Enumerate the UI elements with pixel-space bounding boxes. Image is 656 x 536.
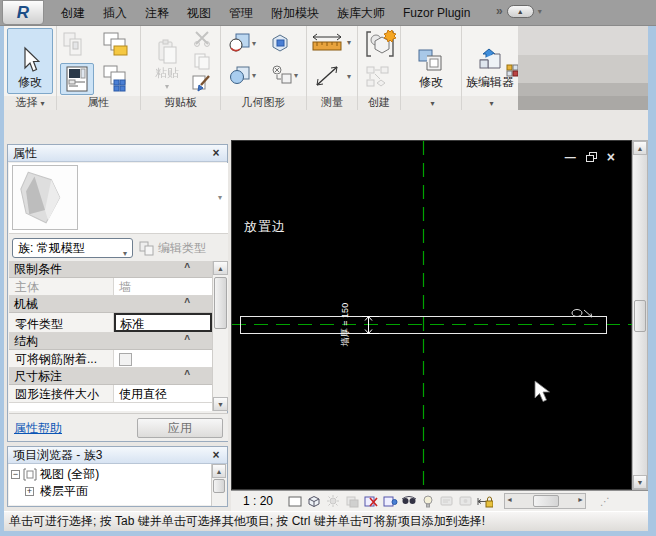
cut-geometry-button[interactable] — [265, 30, 295, 56]
tab-overflow-icon[interactable]: » — [496, 4, 503, 18]
geometry-group-label[interactable]: 几何图形 — [221, 96, 306, 110]
section-dimensions[interactable]: 尺寸标注^ — [9, 368, 212, 385]
project-browser-close-icon[interactable]: × — [209, 447, 223, 463]
type-selector-combobox[interactable]: 族: 常规模型 ▾ — [12, 238, 133, 258]
family-editor-button[interactable]: 族编辑器 — [464, 28, 516, 94]
properties-scrollbar[interactable]: ▲ ▼ — [212, 261, 228, 411]
modify-group-label[interactable]: ▾ — [401, 96, 461, 110]
property-row-part-type[interactable]: 零件类型 标准 — [9, 313, 212, 333]
properties-scroll-down[interactable]: ▼ — [213, 397, 228, 411]
preview-dropdown-icon[interactable]: ▾ — [218, 193, 222, 202]
match-type-brush-icon — [192, 74, 212, 93]
worksharing-display-icon[interactable] — [439, 494, 455, 509]
edit-type-button[interactable]: 编辑类型 — [139, 239, 227, 258]
type-properties-button[interactable] — [99, 63, 133, 95]
demolish-button[interactable]: ▾ — [265, 62, 303, 88]
tab-family-library[interactable]: 族库大师 — [328, 5, 394, 22]
properties-scroll-thumb[interactable] — [214, 277, 227, 329]
tab-fuzor-plugin[interactable]: Fuzor Plugin — [394, 6, 479, 20]
copy-button[interactable] — [189, 50, 215, 72]
family-editor-group-label[interactable]: ▾ — [462, 96, 518, 110]
apply-button[interactable]: 应用 — [137, 418, 223, 438]
view-close-icon[interactable]: × — [607, 149, 615, 165]
ribbon-collapse-dropdown-icon[interactable]: ▾ — [538, 7, 542, 16]
browser-scroll-thumb[interactable] — [213, 479, 225, 493]
tab-create[interactable]: 创建 — [52, 5, 94, 22]
properties-group-label[interactable]: 属性 — [57, 96, 140, 110]
measure-button[interactable] — [309, 29, 345, 57]
properties-close-icon[interactable]: × — [209, 145, 223, 161]
join-geometry-button[interactable]: ▾ — [224, 30, 260, 56]
view-restore-icon[interactable] — [586, 152, 597, 162]
create-group-label[interactable]: 创建 — [358, 96, 400, 110]
modify-select-button[interactable]: 修改 — [7, 28, 53, 94]
temporary-hide-isolate-icon[interactable] — [401, 494, 417, 509]
properties-panel-header[interactable]: 属性 × — [8, 145, 227, 162]
component-button[interactable] — [362, 29, 398, 59]
tree-item-views[interactable]: − 视图 (全部) — [11, 466, 99, 482]
temporary-view-properties-icon[interactable] — [458, 494, 474, 509]
properties-help-link[interactable]: 属性帮助 — [14, 420, 62, 437]
view-minimize-icon[interactable]: — — [565, 151, 576, 163]
measure-dropdown-icon[interactable]: ▾ — [347, 38, 351, 47]
tab-manage[interactable]: 管理 — [220, 5, 262, 22]
part-type-editor[interactable]: 标准 — [114, 313, 212, 332]
tree-collapse-icon[interactable]: − — [11, 470, 20, 479]
property-row-host[interactable]: 主体 墙 — [9, 278, 212, 296]
tab-annotate[interactable]: 注释 — [136, 5, 178, 22]
view-scale-button[interactable]: 1 : 20 — [243, 494, 273, 508]
canvas-vscroll-thumb[interactable] — [634, 300, 646, 332]
aligned-dimension-button[interactable] — [309, 62, 345, 90]
match-type-button[interactable] — [189, 72, 215, 94]
family-types-button[interactable] — [60, 29, 94, 61]
browser-scroll-up[interactable]: ▲ — [212, 464, 226, 478]
tab-view[interactable]: 视图 — [178, 5, 220, 22]
canvas-scroll-down[interactable]: ▼ — [633, 475, 647, 489]
reveal-hidden-icon[interactable] — [420, 494, 436, 509]
family-category-button[interactable] — [99, 29, 133, 61]
property-row-round-connector[interactable]: 圆形连接件大小 使用直径 — [9, 385, 212, 403]
canvas-vscrollbar[interactable]: ▲ ▼ — [632, 140, 648, 490]
crop-region-icon[interactable] — [382, 494, 398, 509]
modify-panel-button[interactable]: 修改 — [407, 28, 455, 94]
section-constraints[interactable]: 限制条件^ — [9, 261, 212, 278]
property-row-rebar[interactable]: 可将钢筋附着... — [9, 350, 212, 368]
solid-forms-button[interactable] — [362, 64, 394, 90]
family-editor-icon — [476, 48, 504, 74]
ribbon-collapse-button[interactable]: ▲ — [507, 5, 534, 18]
drawing-canvas[interactable]: 放置边 墙厚 = 150 — × — [231, 140, 632, 490]
type-preview-row[interactable]: ▾ — [9, 163, 228, 233]
tree-expand-icon[interactable]: + — [25, 487, 34, 496]
sun-path-icon[interactable] — [325, 494, 341, 509]
tab-insert[interactable]: 插入 — [94, 5, 136, 22]
wall-thickness-dimension-label[interactable]: 墙厚 = 150 — [339, 290, 352, 360]
section-mechanical[interactable]: 机械^ — [9, 296, 212, 313]
properties-palette-button[interactable] — [60, 63, 94, 95]
canvas-scroll-left[interactable]: ◄ — [506, 496, 513, 503]
detail-level-icon[interactable] — [287, 494, 303, 509]
crop-view-icon[interactable] — [363, 494, 379, 509]
visual-style-icon[interactable] — [306, 494, 322, 509]
project-browser-header[interactable]: 项目浏览器 - 族3 × — [8, 447, 227, 464]
cut-button[interactable] — [189, 27, 215, 49]
section-structural[interactable]: 结构^ — [9, 333, 212, 350]
rebar-checkbox[interactable] — [119, 353, 132, 366]
canvas-scroll-right[interactable]: ► — [577, 496, 584, 503]
resize-grip-icon[interactable]: ⋰ — [600, 496, 610, 507]
canvas-hscrollbar[interactable]: ◄ ► — [504, 493, 586, 509]
tree-item-floor-plans[interactable]: + 楼层平面 — [25, 483, 88, 499]
canvas-hscroll-thumb[interactable] — [533, 495, 559, 507]
browser-scrollbar[interactable]: ▲ — [211, 464, 226, 506]
select-group-label[interactable]: 选择▾ — [4, 96, 56, 110]
paste-button[interactable]: 粘贴 ▾ — [149, 28, 185, 94]
tab-addins[interactable]: 附加模块 — [262, 5, 328, 22]
properties-scroll-up[interactable]: ▲ — [213, 261, 228, 275]
measure-group-label[interactable]: 测量 — [307, 96, 357, 110]
canvas-scroll-up[interactable]: ▲ — [633, 141, 647, 155]
wall-joins-button[interactable]: ▾ — [224, 62, 260, 88]
application-menu-button[interactable]: R — [2, 0, 44, 25]
clipboard-group-label[interactable]: 剪贴板 — [141, 96, 220, 110]
dimension-dropdown-icon[interactable]: ▾ — [347, 72, 351, 81]
lock-view-icon[interactable] — [477, 494, 493, 509]
shadows-icon[interactable] — [344, 494, 360, 509]
